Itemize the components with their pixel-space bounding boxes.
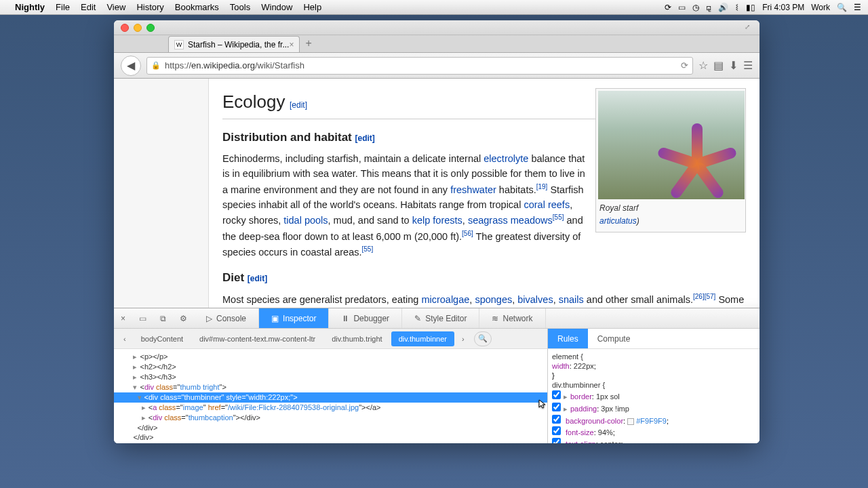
menubar-notifications-icon[interactable]: ☰ — [854, 3, 861, 12]
devtools-settings-icon[interactable]: ⚙ — [173, 314, 194, 323]
close-tab-icon[interactable]: × — [289, 40, 294, 49]
color-swatch-icon[interactable] — [627, 418, 634, 425]
devtools-dock-icon[interactable]: ▭ — [132, 314, 153, 323]
breadcrumb-search-icon[interactable]: 🔍 — [474, 331, 492, 346]
paragraph: Most species are generalist predators, e… — [222, 291, 746, 308]
menu-bookmarks[interactable]: Bookmarks — [175, 2, 219, 12]
fullscreen-icon[interactable]: ⤢ — [745, 23, 754, 33]
link-freshwater[interactable]: freshwater — [450, 184, 496, 195]
tabstrip: W Starfish – Wikipedia, the fr... × + — [114, 35, 760, 53]
tab-network[interactable]: ≋Network — [479, 308, 545, 328]
caption-link[interactable]: articulatus — [599, 216, 637, 226]
hamburger-menu-icon[interactable]: ☰ — [743, 59, 753, 72]
edit-link[interactable]: [edit] — [355, 134, 375, 143]
devtools-tabbar: × ▭ ⧉ ⚙ ▷Console ▣Inspector ⏸Debugger ✎S… — [114, 308, 760, 329]
css-rules[interactable]: element { width: 222px; } div.thumbinner… — [548, 349, 760, 443]
tab-inspector[interactable]: ▣Inspector — [259, 308, 329, 328]
link-bivalves[interactable]: bivalves — [517, 293, 553, 304]
rule-toggle[interactable] — [552, 438, 561, 443]
rule-toggle[interactable] — [552, 403, 561, 411]
devtools-rules-pane: Rules Compute element { width: 222px; } … — [548, 329, 760, 443]
menubar-user[interactable]: Work — [811, 3, 830, 12]
menubar-volume-icon[interactable]: 🔊 — [718, 3, 728, 12]
menu-file[interactable]: File — [56, 2, 70, 12]
macos-menubar: Nightly File Edit View History Bookmarks… — [0, 0, 868, 15]
ref-26[interactable]: [26] — [693, 293, 705, 300]
breadcrumb-item[interactable]: bodyContent — [134, 331, 191, 346]
lock-icon: 🔒 — [151, 61, 161, 70]
link-sponges[interactable]: sponges — [475, 293, 512, 304]
reload-icon[interactable]: ⟳ — [681, 60, 688, 70]
zoom-window-button[interactable] — [146, 24, 155, 32]
menubar-battery-icon[interactable]: ▮▯ — [746, 3, 755, 12]
link-tidal-pools[interactable]: tidal pools — [283, 215, 328, 226]
ref-19[interactable]: [19] — [536, 183, 548, 190]
breadcrumb-item[interactable]: div#mw-content-text.mw-content-ltr — [192, 331, 323, 346]
url-host: en.wikipedia.org — [191, 60, 255, 70]
edit-link[interactable]: [edit] — [290, 100, 307, 110]
menu-window[interactable]: Window — [261, 2, 292, 12]
ref-55b[interactable]: [55] — [362, 245, 374, 253]
menu-history[interactable]: History — [136, 2, 163, 12]
subheading-diet: Diet [edit] — [222, 269, 746, 287]
downloads-icon[interactable]: ⬇ — [729, 59, 738, 72]
ref-57[interactable]: [57] — [705, 293, 716, 300]
rule-toggle[interactable] — [552, 390, 561, 399]
url-bar[interactable]: 🔒 https://en.wikipedia.org/wiki/Starfish… — [146, 57, 693, 75]
link-snails[interactable]: snails — [559, 293, 584, 304]
menubar-display-icon[interactable]: ▭ — [678, 3, 686, 12]
ref-56[interactable]: [56] — [462, 230, 473, 237]
tab-console[interactable]: ▷Console — [194, 308, 259, 328]
devtools-popout-icon[interactable]: ⧉ — [153, 314, 173, 323]
menu-help[interactable]: Help — [303, 2, 321, 12]
breadcrumb-left-icon[interactable]: ‹ — [117, 335, 133, 343]
devtools-markup-pane: ‹ bodyContent div#mw-content-text.mw-con… — [114, 329, 548, 443]
ref-55[interactable]: [55] — [553, 214, 564, 221]
link-kelp-forests[interactable]: kelp forests — [412, 215, 462, 226]
titlebar[interactable]: ⤢ — [114, 20, 760, 35]
breadcrumb-item[interactable]: div.thumb.tright — [324, 331, 389, 346]
edit-link[interactable]: [edit] — [248, 274, 267, 283]
tab-style-editor[interactable]: ✎Style Editor — [402, 308, 479, 328]
menu-edit[interactable]: Edit — [81, 2, 96, 12]
rule-toggle[interactable] — [552, 415, 561, 424]
devtools-close-icon[interactable]: × — [114, 314, 132, 323]
menu-view[interactable]: View — [106, 2, 125, 12]
link-microalgae[interactable]: microalgae — [421, 293, 469, 304]
close-window-button[interactable] — [121, 24, 129, 32]
tab-title: Starfish – Wikipedia, the fr... — [188, 40, 289, 49]
url-scheme: https:// — [165, 60, 191, 70]
devtools-panel: × ▭ ⧉ ⚙ ▷Console ▣Inspector ⏸Debugger ✎S… — [114, 308, 760, 443]
bookmark-star-icon[interactable]: ☆ — [698, 59, 708, 72]
back-button[interactable]: ◀ — [121, 56, 141, 76]
traffic-lights — [121, 24, 155, 32]
app-menu[interactable]: Nightly — [15, 2, 45, 12]
menubar-spotlight-icon[interactable]: 🔍 — [837, 3, 847, 12]
menubar-timemachine-icon[interactable]: ◷ — [692, 3, 699, 12]
minimize-window-button[interactable] — [134, 24, 142, 32]
tab-debugger[interactable]: ⏸Debugger — [329, 308, 402, 328]
breadcrumb-item-active[interactable]: div.thumbinner — [391, 331, 454, 346]
new-tab-button[interactable]: + — [305, 37, 311, 49]
favicon-icon: W — [174, 40, 184, 49]
rule-toggle[interactable] — [552, 426, 561, 435]
dom-tree[interactable]: ▸<p></p> ▸<h2></h2> ▸<h3></h3> ▾<div cla… — [114, 349, 547, 443]
menubar-sync-icon[interactable]: ⟳ — [665, 3, 671, 12]
browser-tab[interactable]: W Starfish – Wikipedia, the fr... × — [168, 36, 300, 52]
thumbnail-image[interactable] — [598, 91, 745, 199]
article-body: Royal starf articulatus) Ecology [edit] … — [209, 79, 760, 308]
breadcrumb-right-icon[interactable]: › — [455, 335, 471, 343]
menu-tools[interactable]: Tools — [230, 2, 250, 12]
pocket-icon[interactable]: ▤ — [713, 59, 724, 72]
menubar-wifi-icon[interactable]: ⧙ — [735, 3, 739, 12]
computed-tab[interactable]: Compute — [588, 329, 640, 348]
link-coral-reefs[interactable]: coral reefs — [524, 199, 570, 210]
content-area: Royal starf articulatus) Ecology [edit] … — [114, 79, 760, 308]
menubar-bluetooth-icon[interactable]: ⚼ — [706, 3, 711, 12]
menubar-clock[interactable]: Fri 4:03 PM — [762, 3, 804, 12]
link-electrolyte[interactable]: electrolyte — [484, 153, 528, 164]
rules-tab[interactable]: Rules — [548, 329, 588, 348]
link-seagrass[interactable]: seagrass meadows — [468, 215, 553, 226]
thumbnail-box: Royal starf articulatus) — [595, 88, 746, 232]
dom-selected-node[interactable]: ▾<div class="thumbinner" style="width:22… — [114, 392, 547, 403]
